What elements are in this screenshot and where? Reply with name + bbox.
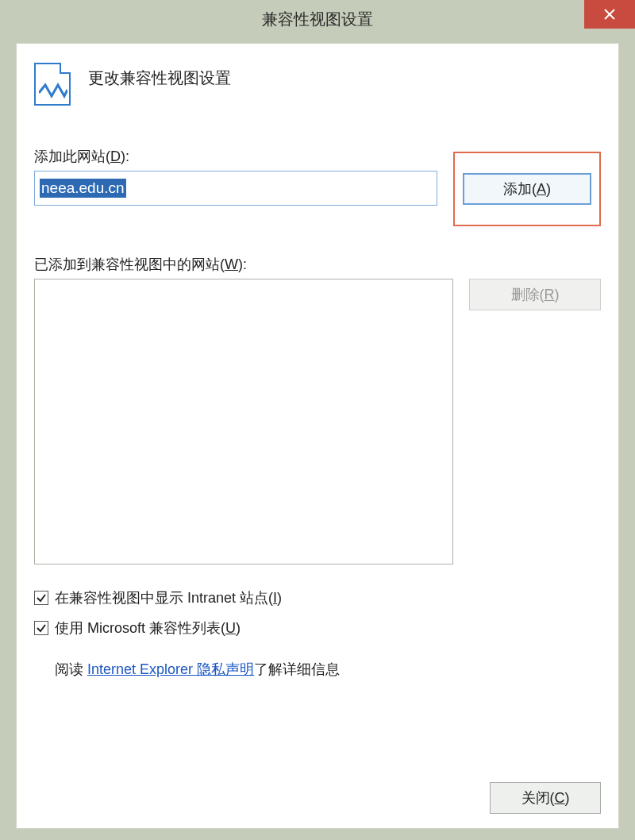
added-websites-row: 删除(R) xyxy=(34,279,601,564)
checkmark-icon xyxy=(36,592,47,603)
privacy-info-text: 阅读 Internet Explorer 隐私声明了解详细信息 xyxy=(55,660,601,679)
list-side-column: 删除(R) xyxy=(469,279,601,564)
window-title: 兼容性视图设置 xyxy=(0,9,635,30)
mslist-checkbox[interactable] xyxy=(34,621,48,635)
add-button[interactable]: 添加(A) xyxy=(463,173,591,205)
website-url-value: neea.edu.cn xyxy=(40,179,126,198)
header-row: 更改兼容性视图设置 xyxy=(34,63,601,106)
remove-button: 删除(R) xyxy=(469,279,601,310)
titlebar: 兼容性视图设置 xyxy=(0,0,635,38)
header-subtitle: 更改兼容性视图设置 xyxy=(88,63,231,89)
intranet-checkbox-label: 在兼容性视图中显示 Intranet 站点(I) xyxy=(55,588,282,607)
window-close-button[interactable] xyxy=(584,0,635,29)
added-websites-label: 已添加到兼容性视图中的网站(W): xyxy=(34,255,601,274)
added-websites-listbox[interactable] xyxy=(34,279,453,564)
checkmark-icon xyxy=(36,622,47,634)
intranet-checkbox[interactable] xyxy=(34,591,48,605)
website-url-input[interactable]: neea.edu.cn xyxy=(34,171,437,206)
broken-page-icon xyxy=(34,63,71,106)
add-button-highlight: 添加(A) xyxy=(453,152,601,226)
intranet-checkbox-row: 在兼容性视图中显示 Intranet 站点(I) xyxy=(34,588,601,607)
dialog-footer: 关闭(C) xyxy=(34,782,601,814)
mslist-checkbox-label: 使用 Microsoft 兼容性列表(U) xyxy=(55,618,241,638)
close-icon xyxy=(604,9,615,20)
privacy-statement-link[interactable]: Internet Explorer 隐私声明 xyxy=(87,661,254,677)
compat-view-settings-dialog: 兼容性视图设置 更改兼容性视图设置 添加此网站(D): neea.edu.cn xyxy=(0,0,635,840)
dialog-content: 更改兼容性视图设置 添加此网站(D): neea.edu.cn 添加(A) 已添… xyxy=(16,43,619,829)
close-button[interactable]: 关闭(C) xyxy=(490,782,601,814)
add-website-row: neea.edu.cn 添加(A) xyxy=(34,171,601,226)
mslist-checkbox-row: 使用 Microsoft 兼容性列表(U) xyxy=(34,618,601,638)
